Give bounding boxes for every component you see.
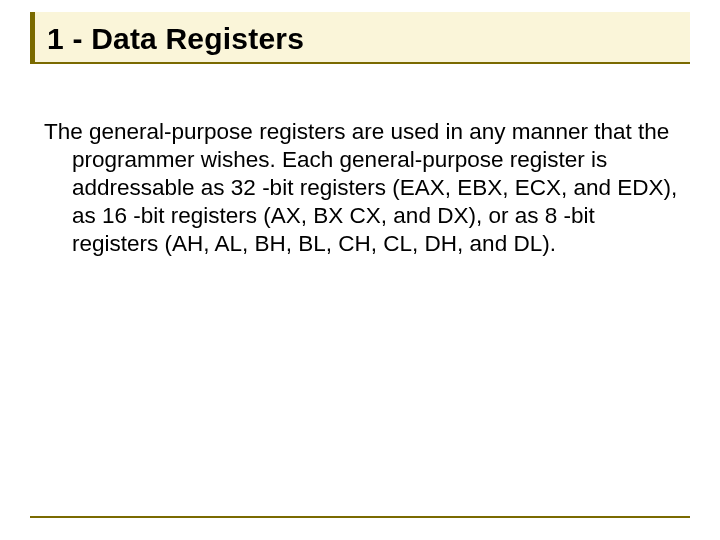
body-paragraph: The general-purpose registers are used i… bbox=[44, 118, 680, 257]
body-area: The general-purpose registers are used i… bbox=[30, 118, 690, 257]
slide-container: 1 - Data Registers The general-purpose r… bbox=[0, 0, 720, 540]
slide-title: 1 - Data Registers bbox=[47, 22, 678, 56]
bottom-divider bbox=[30, 516, 690, 518]
title-box: 1 - Data Registers bbox=[30, 12, 690, 64]
